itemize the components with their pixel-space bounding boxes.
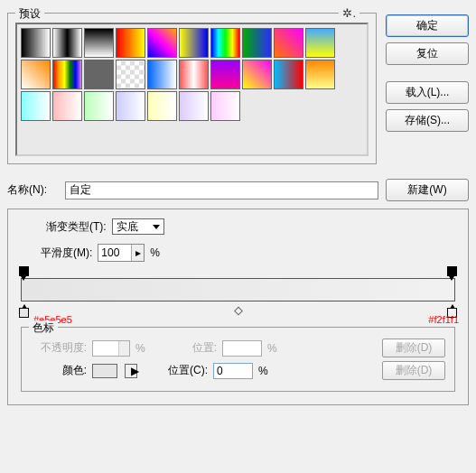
opacity-field bbox=[92, 340, 130, 357]
gradient-bar[interactable] bbox=[21, 278, 455, 301]
preset-swatch[interactable] bbox=[84, 28, 114, 58]
smooth-unit: % bbox=[150, 246, 160, 259]
name-label: 名称(N): bbox=[7, 182, 58, 198]
preset-swatch[interactable] bbox=[274, 28, 303, 58]
smooth-input[interactable] bbox=[98, 245, 131, 261]
preset-swatch[interactable] bbox=[116, 60, 145, 89]
new-button[interactable]: 新建(W) bbox=[386, 179, 469, 201]
preset-swatch[interactable] bbox=[179, 28, 209, 58]
gradient-editor: #e5e5e5 #f2f1f1 bbox=[21, 278, 455, 301]
preset-swatch[interactable] bbox=[21, 60, 51, 89]
chevron-down-icon bbox=[153, 225, 160, 229]
pos2-label: 位置(C): bbox=[168, 363, 208, 378]
load-button[interactable]: 载入(L)... bbox=[386, 81, 469, 104]
preset-swatch[interactable] bbox=[21, 28, 51, 58]
preset-swatch[interactable] bbox=[147, 60, 177, 89]
pos-unit: % bbox=[267, 342, 277, 355]
preset-swatch[interactable] bbox=[274, 60, 303, 89]
stops-title: 色标 bbox=[29, 320, 58, 336]
midpoint-handle[interactable] bbox=[234, 307, 243, 316]
reset-button[interactable]: 复位 bbox=[386, 42, 469, 65]
preset-swatch[interactable] bbox=[52, 28, 82, 58]
preset-swatch[interactable] bbox=[242, 60, 272, 89]
presets-group: 预设 ✲. bbox=[7, 13, 377, 164]
preset-swatch[interactable] bbox=[179, 91, 209, 121]
pos-field bbox=[222, 340, 262, 357]
color-label: 颜色: bbox=[31, 363, 87, 378]
preset-swatch[interactable] bbox=[305, 60, 335, 89]
preset-swatch[interactable] bbox=[52, 60, 82, 89]
save-button[interactable]: 存储(S)... bbox=[386, 109, 469, 132]
opacity-stop-right[interactable] bbox=[447, 266, 457, 276]
smooth-field[interactable]: ▸ bbox=[98, 244, 145, 262]
preset-swatch[interactable] bbox=[210, 60, 240, 89]
name-input[interactable] bbox=[65, 181, 378, 199]
preset-swatch[interactable] bbox=[116, 28, 145, 58]
preset-box bbox=[15, 23, 369, 156]
pos-label: 位置: bbox=[192, 340, 217, 356]
opacity-stop-left[interactable] bbox=[19, 266, 29, 276]
delete-color-button: 删除(D) bbox=[382, 361, 445, 380]
opacity-label: 不透明度: bbox=[31, 340, 87, 356]
opacity-unit: % bbox=[135, 342, 145, 355]
preset-swatch[interactable] bbox=[84, 60, 114, 89]
preset-swatch[interactable] bbox=[21, 91, 51, 121]
smooth-spin[interactable]: ▸ bbox=[131, 245, 144, 261]
gradtype-label: 渐变类型(T): bbox=[46, 219, 107, 235]
preset-swatch[interactable] bbox=[116, 91, 145, 121]
smooth-label: 平滑度(M): bbox=[41, 246, 92, 261]
pos2-input[interactable] bbox=[213, 363, 253, 379]
anno-right: #f2f1f1 bbox=[428, 314, 459, 325]
gradtype-value: 实底 bbox=[117, 219, 138, 235]
gradtype-select[interactable]: 实底 bbox=[112, 218, 164, 235]
pos2-unit: % bbox=[258, 365, 268, 377]
preset-swatch[interactable] bbox=[210, 91, 240, 121]
swatch-grid bbox=[17, 24, 367, 125]
preset-swatch[interactable] bbox=[147, 91, 177, 121]
preset-swatch[interactable] bbox=[305, 28, 335, 58]
color-stop-left[interactable] bbox=[19, 308, 29, 318]
gradient-group: 渐变类型(T): 实底 平滑度(M): ▸ % #e5e5e5 #f2f1f1 … bbox=[7, 209, 469, 405]
preset-swatch[interactable] bbox=[84, 91, 114, 121]
preset-swatch[interactable] bbox=[210, 28, 240, 58]
preset-swatch[interactable] bbox=[147, 28, 177, 58]
stops-group: 色标 不透明度: % 位置: % 删除(D) 颜色: ▶ 位置(C): % 删除… bbox=[21, 327, 455, 392]
color-picker-button[interactable]: ▶ bbox=[125, 364, 137, 378]
ok-button[interactable]: 确定 bbox=[386, 14, 469, 37]
color-swatch[interactable] bbox=[92, 364, 117, 378]
gear-icon[interactable]: ✲. bbox=[339, 6, 359, 20]
delete-opacity-button: 删除(D) bbox=[382, 339, 445, 357]
preset-swatch[interactable] bbox=[52, 91, 82, 121]
preset-swatch[interactable] bbox=[242, 28, 272, 58]
presets-title: 预设 bbox=[15, 6, 44, 22]
preset-swatch[interactable] bbox=[179, 60, 209, 89]
